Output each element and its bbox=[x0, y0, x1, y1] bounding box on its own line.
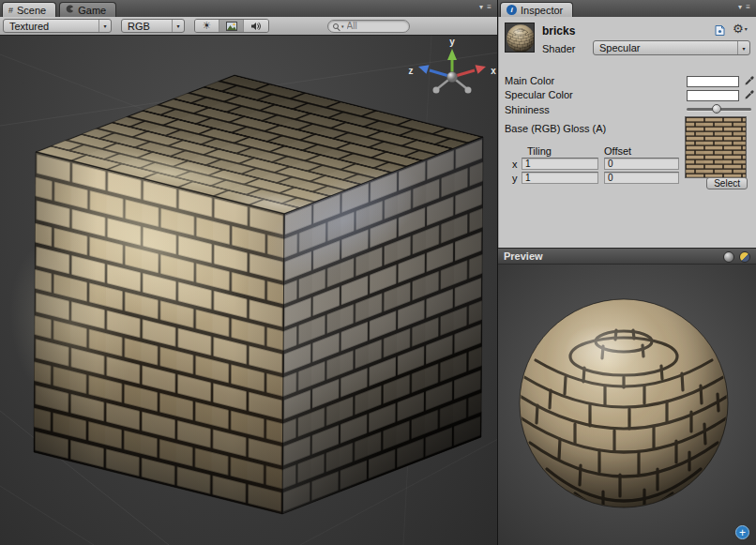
offset-x-field[interactable] bbox=[604, 158, 679, 170]
material-name: bricks bbox=[542, 24, 575, 38]
specular-color-label: Specular Color bbox=[505, 89, 573, 100]
help-doc-icon[interactable] bbox=[714, 24, 726, 38]
draw-mode-value: Textured bbox=[4, 20, 98, 32]
tiling-header: Tiling bbox=[527, 145, 552, 157]
preview-title: Preview bbox=[504, 250, 543, 262]
shininess-slider-thumb[interactable] bbox=[712, 104, 721, 114]
game-pacman-icon bbox=[66, 5, 74, 15]
draw-mode-arrow-cell: ▾ bbox=[98, 20, 111, 32]
preview-header[interactable]: Preview bbox=[498, 248, 756, 265]
brick-cube-object[interactable] bbox=[9, 75, 497, 522]
tiling-y-field[interactable] bbox=[522, 172, 598, 184]
tab-inspector[interactable]: i Inspector bbox=[500, 2, 573, 17]
shader-arrow-cell: ▾ bbox=[737, 41, 749, 54]
offset-y-field[interactable] bbox=[604, 172, 679, 184]
sun-icon: ☀ bbox=[203, 21, 212, 31]
chevron-down-icon: ▾ bbox=[742, 45, 745, 52]
material-preview-thumbnail bbox=[505, 23, 535, 53]
shader-dropdown[interactable]: Specular ▾ bbox=[593, 40, 750, 55]
scene-toolbar: Textured ▾ RGB ▾ ☀ bbox=[0, 17, 497, 36]
info-icon: i bbox=[507, 5, 517, 15]
orientation-gizmo[interactable]: y x z bbox=[407, 36, 497, 116]
search-filter-arrow-icon: ▾ bbox=[341, 23, 344, 29]
gear-icon: ⚙ bbox=[733, 23, 744, 35]
gizmo-center-handle[interactable] bbox=[447, 72, 458, 83]
tab-game[interactable]: Game bbox=[59, 2, 116, 17]
render-mode-value: RGB bbox=[122, 20, 172, 32]
shader-label: Shader bbox=[542, 43, 575, 54]
chevron-down-icon: ▾ bbox=[176, 23, 179, 29]
shader-value: Specular bbox=[594, 41, 737, 54]
gizmo-back-handle[interactable] bbox=[465, 87, 472, 94]
main-color-label: Main Color bbox=[505, 75, 554, 86]
lighting-toggle[interactable]: ☀ bbox=[195, 20, 219, 32]
chevron-down-icon: ▾ bbox=[745, 25, 748, 32]
tab-game-label: Game bbox=[78, 5, 106, 16]
draw-mode-dropdown[interactable]: Textured ▾ bbox=[3, 19, 112, 33]
gizmo-y-axis[interactable]: y bbox=[447, 37, 457, 77]
gizmo-x-label: x bbox=[491, 66, 496, 76]
tab-inspector-label: Inspector bbox=[521, 5, 563, 16]
skybox-toggle[interactable] bbox=[219, 20, 244, 32]
preview-sphere[interactable] bbox=[511, 291, 736, 516]
eyedropper-icon[interactable] bbox=[744, 75, 755, 86]
render-mode-arrow-cell: ▾ bbox=[172, 20, 184, 32]
inspector-panel-menu-icon[interactable]: ▾ ≡ bbox=[738, 4, 751, 11]
render-mode-dropdown[interactable]: RGB ▾ bbox=[121, 19, 185, 33]
tiling-row-y-label: y bbox=[512, 173, 518, 184]
scene-viewport[interactable]: y x z bbox=[0, 36, 497, 545]
gizmo-y-label: y bbox=[449, 37, 455, 47]
inspector-tabstrip: i Inspector ▾ ≡ bbox=[498, 0, 756, 17]
gizmo-x-axis[interactable]: x bbox=[452, 65, 496, 77]
scene-search-field[interactable]: ▾ bbox=[327, 20, 410, 33]
unity-editor-window: # Scene Game ▾ ≡ Textured ▾ RGB ▾ bbox=[0, 0, 756, 545]
offset-header: Offset bbox=[604, 145, 631, 157]
preview-sphere-toggle-icon[interactable] bbox=[723, 251, 734, 263]
texture-select-button[interactable]: Select bbox=[706, 177, 748, 189]
preview-lighting-toggle-icon[interactable] bbox=[739, 251, 750, 263]
tab-scene-label: Scene bbox=[17, 5, 46, 16]
inspector-body: bricks ⚙ ▾ Shader Specular ▾ Main Color … bbox=[498, 17, 756, 248]
shininess-label: Shininess bbox=[505, 104, 550, 115]
scene-view-toggles: ☀ bbox=[194, 19, 269, 33]
image-icon bbox=[226, 19, 237, 33]
gizmo-back-handle[interactable] bbox=[433, 87, 440, 94]
main-color-swatch[interactable] bbox=[687, 76, 739, 87]
gizmo-z-label: z bbox=[409, 66, 414, 76]
audio-toggle[interactable] bbox=[244, 20, 268, 32]
scene-tabstrip: # Scene Game ▾ ≡ bbox=[0, 0, 497, 17]
material-preview-area[interactable]: + bbox=[498, 265, 756, 545]
scene-panel: # Scene Game ▾ ≡ Textured ▾ RGB ▾ bbox=[0, 0, 498, 545]
shininess-slider[interactable] bbox=[687, 108, 751, 111]
speaker-icon bbox=[250, 19, 262, 33]
gizmo-z-axis[interactable]: z bbox=[409, 65, 453, 77]
tab-scene[interactable]: # Scene bbox=[2, 2, 56, 17]
tiling-x-field[interactable] bbox=[522, 158, 598, 170]
search-icon bbox=[333, 23, 339, 29]
scene-grid-icon: # bbox=[8, 6, 13, 15]
plus-icon: + bbox=[739, 527, 746, 538]
inspector-panel: i Inspector ▾ ≡ bricks ⚙ ▾ Shader Specul… bbox=[498, 0, 756, 545]
tiling-row-x-label: x bbox=[512, 159, 518, 170]
scene-panel-menu-icon[interactable]: ▾ ≡ bbox=[479, 4, 492, 11]
specular-color-swatch[interactable] bbox=[687, 90, 739, 101]
base-map-label: Base (RGB) Gloss (A) bbox=[505, 123, 606, 134]
chevron-down-icon: ▾ bbox=[103, 23, 106, 29]
eyedropper-icon[interactable] bbox=[744, 89, 755, 100]
search-input[interactable] bbox=[347, 21, 398, 31]
preview-add-button[interactable]: + bbox=[735, 525, 749, 539]
base-texture-thumbnail[interactable] bbox=[685, 116, 747, 178]
material-options-button[interactable]: ⚙ ▾ bbox=[733, 23, 748, 35]
